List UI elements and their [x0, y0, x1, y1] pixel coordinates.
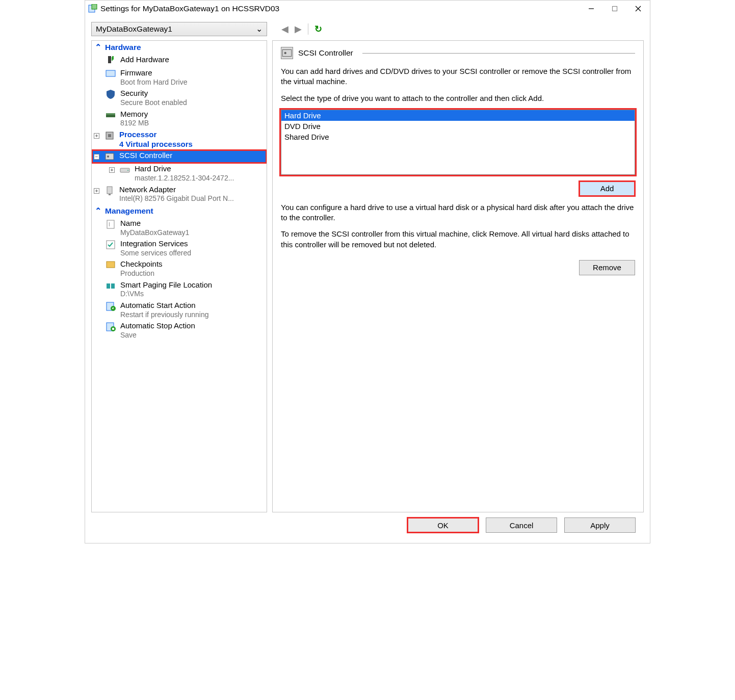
sidebar-item-label: Integration Services — [120, 239, 191, 249]
collapse-icon: ⌃ — [95, 43, 101, 52]
expand-icon[interactable]: + — [94, 132, 100, 139]
svg-rect-25 — [111, 283, 115, 289]
svg-rect-3 — [613, 7, 617, 11]
drive-option-shared-drive[interactable]: Shared Drive — [281, 132, 635, 142]
add-button[interactable]: Add — [579, 181, 635, 196]
network-adapter-icon — [104, 185, 115, 196]
expand-icon[interactable]: + — [94, 187, 100, 194]
section-label: Management — [105, 206, 153, 216]
svg-text:I: I — [109, 222, 110, 227]
expand-icon[interactable]: + — [109, 166, 115, 173]
details-panel: SCSI Controller You can add hard drives … — [272, 40, 644, 512]
name-icon: I — [105, 219, 116, 230]
svg-point-32 — [284, 52, 286, 54]
svg-rect-1 — [92, 4, 97, 9]
minimize-button[interactable] — [580, 1, 603, 17]
panel-configure-text: You can configure a hard drive to use a … — [281, 202, 635, 223]
checkpoints-icon — [105, 260, 116, 271]
svg-rect-9 — [106, 70, 115, 76]
sidebar-item-scsi-controller[interactable]: − SCSI Controller — [92, 150, 267, 163]
sidebar-item-add-hardware[interactable]: Add Hardware — [92, 54, 267, 67]
svg-rect-11 — [106, 113, 115, 115]
drive-option-dvd-drive[interactable]: DVD Drive — [281, 121, 635, 132]
sidebar-item-label: Add Hardware — [120, 55, 169, 65]
sidebar-item-sublabel: Boot from Hard Drive — [120, 78, 187, 87]
panel-remove-info-text: To remove the SCSI controller from this … — [281, 229, 635, 250]
sidebar-item-label: SCSI Controller — [119, 151, 172, 161]
sidebar-item-hard-drive[interactable]: + Hard Drive master.1.2.18252.1-304-2472… — [92, 163, 267, 184]
svg-rect-24 — [107, 283, 110, 289]
sidebar-item-sublabel: Restart if previously running — [120, 310, 209, 320]
sidebar-item-sublabel: MyDataBoxGateway1 — [120, 228, 189, 238]
sidebar-item-sublabel: 4 Virtual processors — [119, 140, 193, 149]
settings-window: Settings for MyDataBoxGateway1 on HCSSRV… — [85, 0, 650, 543]
svg-point-15 — [107, 155, 109, 158]
maximize-button[interactable] — [603, 1, 626, 17]
section-management[interactable]: ⌃ Management — [92, 204, 267, 218]
collapse-icon[interactable]: − — [94, 153, 100, 160]
svg-rect-30 — [112, 328, 114, 330]
sidebar-item-sublabel: master.1.2.18252.1-304-2472... — [135, 174, 234, 183]
svg-rect-6 — [108, 56, 111, 63]
sidebar-item-sublabel: Some services offered — [120, 249, 191, 258]
svg-rect-13 — [108, 134, 111, 137]
svg-rect-18 — [107, 187, 112, 194]
app-icon — [88, 4, 97, 13]
panel-title: SCSI Controller — [298, 48, 353, 58]
svg-rect-14 — [106, 153, 114, 160]
svg-rect-19 — [109, 194, 111, 195]
drive-type-list[interactable]: Hard Drive DVD Drive Shared Drive — [281, 110, 635, 175]
sidebar-item-sublabel: 8192 MB — [120, 119, 149, 128]
nav-forward-button[interactable]: ▶ — [295, 23, 302, 35]
apply-button[interactable]: Apply — [564, 517, 636, 533]
processor-icon — [104, 130, 115, 141]
dialog-footer: OK Cancel Apply — [91, 512, 644, 539]
window-title: Settings for MyDataBoxGateway1 on HCSSRV… — [100, 4, 580, 13]
sidebar-item-smart-paging[interactable]: Smart Paging File Location D:\VMs — [92, 279, 267, 300]
vm-selector[interactable]: MyDataBoxGateway1 ⌄ — [91, 22, 267, 36]
scsi-controller-icon — [104, 151, 115, 162]
sidebar-item-sublabel: Save — [120, 331, 195, 340]
panel-intro-text: You can add hard drives and CD/DVD drive… — [281, 66, 635, 87]
sidebar-item-automatic-start[interactable]: Automatic Start Action Restart if previo… — [92, 300, 267, 320]
close-button[interactable] — [626, 1, 650, 17]
chevron-down-icon: ⌄ — [256, 24, 262, 34]
svg-point-17 — [127, 170, 128, 171]
scsi-controller-icon — [281, 47, 293, 59]
sidebar-item-security[interactable]: Security Secure Boot enabled — [92, 88, 267, 108]
sidebar-item-label: Automatic Start Action — [120, 301, 209, 310]
cancel-button[interactable]: Cancel — [486, 517, 557, 533]
sidebar-item-label: Processor — [119, 130, 193, 140]
drive-option-hard-drive[interactable]: Hard Drive — [281, 110, 635, 121]
collapse-icon: ⌃ — [95, 206, 101, 216]
memory-icon — [105, 110, 116, 121]
panel-select-prompt: Select the type of drive you want to att… — [281, 93, 635, 103]
sidebar-item-name[interactable]: I Name MyDataBoxGateway1 — [92, 218, 267, 238]
hard-drive-icon — [119, 164, 130, 175]
nav-back-button[interactable]: ◀ — [281, 23, 288, 35]
section-label: Hardware — [105, 43, 141, 52]
sidebar-item-label: Name — [120, 219, 189, 228]
sidebar-item-sublabel: Production — [120, 269, 163, 278]
sidebar-item-label: Hard Drive — [135, 164, 234, 174]
sidebar-item-memory[interactable]: Memory 8192 MB — [92, 109, 267, 129]
sidebar-item-integration-services[interactable]: Integration Services Some services offer… — [92, 238, 267, 258]
sidebar-item-label: Smart Paging File Location — [120, 280, 212, 290]
sidebar-item-label: Checkpoints — [120, 260, 163, 269]
firmware-icon — [105, 68, 116, 80]
sidebar-item-network-adapter[interactable]: + Network Adapter Intel(R) 82576 Gigabit… — [92, 184, 267, 204]
shield-icon — [105, 89, 116, 100]
sidebar-item-firmware[interactable]: Firmware Boot from Hard Drive — [92, 67, 267, 88]
sidebar-item-processor[interactable]: + Processor 4 Virtual processors — [92, 129, 267, 150]
remove-button[interactable]: Remove — [579, 260, 635, 275]
refresh-button[interactable]: ↻ — [314, 23, 322, 35]
sidebar-item-label: Network Adapter — [119, 185, 234, 195]
smart-paging-icon — [105, 280, 116, 292]
vm-selector-label: MyDataBoxGateway1 — [96, 24, 172, 34]
section-hardware[interactable]: ⌃ Hardware — [92, 41, 267, 54]
automatic-stop-icon — [105, 321, 116, 332]
ok-button[interactable]: OK — [407, 517, 479, 533]
sidebar-item-checkpoints[interactable]: Checkpoints Production — [92, 258, 267, 279]
sidebar-item-automatic-stop[interactable]: Automatic Stop Action Save — [92, 320, 267, 341]
sidebar-item-label: Automatic Stop Action — [120, 321, 195, 331]
